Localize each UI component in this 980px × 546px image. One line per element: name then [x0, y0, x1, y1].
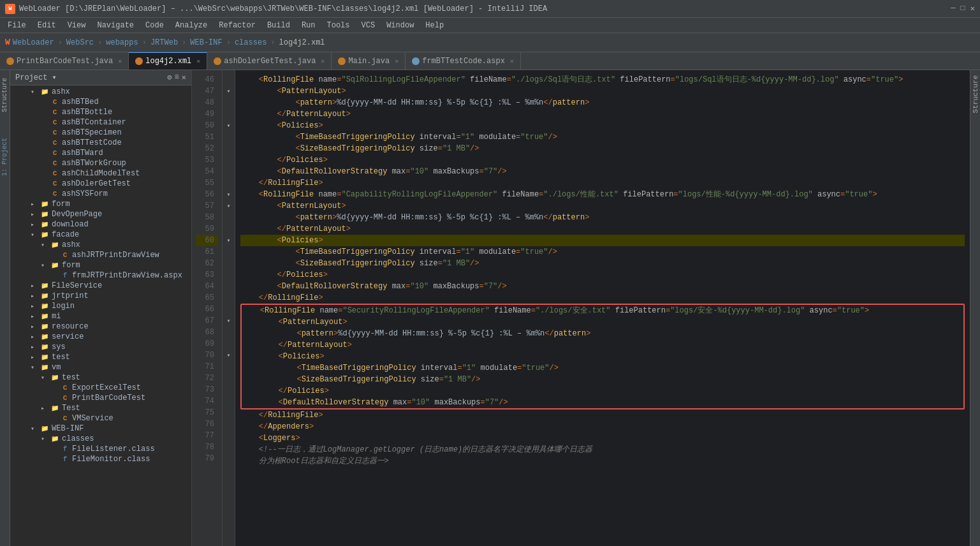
tree-item-ashjrtprintdrawview[interactable]: C ashJRTPrintDrawView	[10, 250, 191, 260]
project-gear-icon[interactable]: ⚙	[167, 73, 172, 82]
tab-close-log4j2[interactable]: ✕	[196, 57, 200, 65]
tree-item-filelistenerclass[interactable]: f FileListener.class	[10, 444, 191, 454]
breadcrumb-webapps[interactable]: webapps	[106, 38, 138, 47]
fold-policies[interactable]: ▾	[223, 235, 235, 246]
menu-item-refactor[interactable]: Refactor	[214, 20, 261, 31]
maximize-button[interactable]: □	[961, 4, 965, 13]
tree-item-frmjrtprintdrawview[interactable]: f frmJRTPrintDrawView.aspx	[10, 270, 191, 281]
tree-item-exportexceltest[interactable]: C ExportExcelTest	[10, 383, 191, 393]
class-icon-printbarcode: C	[60, 394, 70, 402]
minimize-button[interactable]: —	[951, 4, 955, 13]
breadcrumb-websrc[interactable]: WebSrc	[66, 38, 94, 47]
tree-item-ashx[interactable]: ▾ 📁 ashx	[10, 87, 191, 97]
tab-icon-java2	[214, 57, 221, 65]
class-icon-ashbttestcode: C	[50, 138, 60, 147]
tab-close-main[interactable]: ✕	[395, 57, 399, 65]
tree-item-webinf[interactable]: ▾ 📁 WEB-INF	[10, 424, 191, 434]
project-close-icon[interactable]: ✕	[182, 73, 186, 82]
tree-item-vm-test[interactable]: ▾ 📁 test	[10, 373, 191, 383]
code-line-46: <RollingFile name="SqlRollingLogFileAppe…	[240, 74, 965, 85]
folder-icon-sys: 📁	[40, 343, 50, 351]
tree-item-facade[interactable]: ▾ 📁 facade	[10, 230, 191, 240]
tree-item-ashchildmodeltest[interactable]: C ashChildModelTest	[10, 168, 191, 179]
tree-item-ashbtspecimen[interactable]: C ashBTSpecimen	[10, 128, 191, 138]
tree-item-jrtprint[interactable]: ▸ 📁 jrtprint	[10, 291, 191, 301]
menu-item-run[interactable]: Run	[296, 20, 321, 31]
tree-item-filemonitorclass[interactable]: f FileMonitor.class	[10, 454, 191, 464]
tab-close-frm[interactable]: ✕	[510, 57, 514, 65]
tree-item-fileservice[interactable]: ▸ 📁 FileService	[10, 281, 191, 291]
structure-label[interactable]: Structure	[972, 75, 979, 113]
code-line-65: </RollingFile>	[240, 292, 965, 304]
code-line-70: <Policies>	[242, 351, 963, 362]
menu-item-help[interactable]: Help	[420, 20, 449, 31]
menu-item-code[interactable]: Code	[140, 20, 169, 31]
folder-icon-devopenpage: 📁	[40, 210, 50, 219]
breadcrumb-webloader[interactable]: WebLoader	[13, 38, 54, 47]
menu-item-navigate[interactable]: Navigate	[92, 20, 139, 31]
code-container[interactable]: 46 47 48 49 50 51 52 53 54 55 56 57 58 5…	[192, 70, 970, 546]
tab-label-main: Main.java	[348, 57, 390, 66]
sidebar-tab-structure[interactable]: Structure	[0, 73, 10, 117]
tree-item-facade-ashx[interactable]: ▾ 📁 ashx	[10, 240, 191, 250]
code-line-51: <TimeBasedTriggeringPolicy interval="1" …	[240, 131, 965, 143]
tab-printbarcode[interactable]: PrintBarCodeTest.java ✕	[0, 52, 129, 70]
tree-item-vmservice[interactable]: C VMService	[10, 413, 191, 424]
tab-label-log4j2: log4j2.xml	[145, 57, 191, 66]
tree-item-test-folder[interactable]: ▸ 📁 test	[10, 352, 191, 362]
menu-item-file[interactable]: File	[3, 20, 31, 31]
breadcrumb-jrtweb[interactable]: JRTWeb	[150, 38, 178, 47]
tree-item-ashbtbottle[interactable]: C ashBTBottle	[10, 107, 191, 117]
tab-frm[interactable]: frmBTTestCode.aspx ✕	[406, 52, 521, 70]
tree-item-vm[interactable]: ▾ 📁 vm	[10, 362, 191, 373]
tree-item-download[interactable]: ▸ 📁 download	[10, 219, 191, 230]
folder-icon-facade: 📁	[40, 230, 50, 239]
tree-item-ashdolergettest[interactable]: C ashDolerGetTest	[10, 179, 191, 189]
menu-item-view[interactable]: View	[62, 20, 91, 31]
menu-item-tools[interactable]: Tools	[322, 20, 355, 31]
tab-ashdoler[interactable]: ashDolerGetTest.java ✕	[207, 52, 332, 70]
menu-item-window[interactable]: Window	[381, 20, 419, 31]
tree-item-form[interactable]: ▸ 📁 form	[10, 199, 191, 209]
breadcrumb-log4j2: log4j2.xml	[279, 38, 325, 47]
tab-label-ashdoler: ashDolerGetTest.java	[224, 57, 316, 66]
menu-item-edit[interactable]: Edit	[33, 20, 61, 31]
tree-item-mi[interactable]: ▸ 📁 mi	[10, 311, 191, 321]
class-icon-exportexcel: C	[60, 383, 70, 392]
tree-item-resource[interactable]: ▸ 📁 resource	[10, 321, 191, 332]
tree-item-devopenpage[interactable]: ▸ 📁 DevOpenPage	[10, 209, 191, 219]
menu-item-vcs[interactable]: VCS	[356, 20, 381, 31]
tree-item-printbarcodetest[interactable]: C PrintBarCodeTest	[10, 393, 191, 403]
tree-item-ashbtcontainer[interactable]: C ashBTContainer	[10, 117, 191, 128]
tree-item-ashbtworkgroup[interactable]: C ashBTWorkGroup	[10, 158, 191, 168]
tree-item-facade-form[interactable]: ▾ 📁 form	[10, 260, 191, 270]
tree-item-ashbttestcode[interactable]: C ashBTTestCode	[10, 138, 191, 148]
folder-icon-login: 📁	[40, 302, 50, 311]
folder-icon-vm-test: 📁	[50, 373, 60, 382]
code-line-62: <SizeBasedTriggeringPolicy size="1 MB"/>	[240, 258, 965, 269]
folder-icon-classes: 📁	[50, 434, 60, 443]
tree-item-classes[interactable]: ▾ 📁 classes	[10, 434, 191, 444]
tab-close-ashdoler[interactable]: ✕	[321, 57, 325, 65]
breadcrumb-webinf[interactable]: WEB-INF	[190, 38, 222, 47]
tab-log4j2[interactable]: log4j2.xml ✕	[129, 52, 207, 70]
menu-item-analyze[interactable]: Analyze	[170, 20, 212, 31]
tree-item-ashbtbed[interactable]: C ashBTBed	[10, 97, 191, 107]
project-header-icons: ⚙ ≡ ✕	[167, 73, 186, 82]
tree-item-login[interactable]: ▸ 📁 login	[10, 301, 191, 311]
close-button[interactable]: ✕	[970, 4, 975, 13]
sidebar-tab-project[interactable]: 1: Project	[0, 133, 10, 181]
code-content[interactable]: <RollingFile name="SqlRollingLogFileAppe…	[235, 70, 970, 546]
tab-close-printbarcode[interactable]: ✕	[118, 57, 122, 65]
tree-item-ashsysform[interactable]: C ashSYSForm	[10, 189, 191, 199]
tab-main[interactable]: Main.java ✕	[332, 52, 406, 70]
tree-item-sys[interactable]: ▸ 📁 sys	[10, 342, 191, 352]
tree-item-ashbtward[interactable]: C ashBTWard	[10, 148, 191, 158]
project-settings-icon[interactable]: ≡	[175, 73, 179, 82]
breadcrumb-classes[interactable]: classes	[235, 38, 267, 47]
class-icon-ashjrt: C	[60, 251, 70, 260]
tree-item-test-class[interactable]: ▸ 📁 Test	[10, 403, 191, 413]
menu-item-build[interactable]: Build	[262, 20, 295, 31]
code-line-75: </RollingFile>	[240, 410, 965, 421]
tree-item-service[interactable]: ▸ 📁 service	[10, 332, 191, 342]
